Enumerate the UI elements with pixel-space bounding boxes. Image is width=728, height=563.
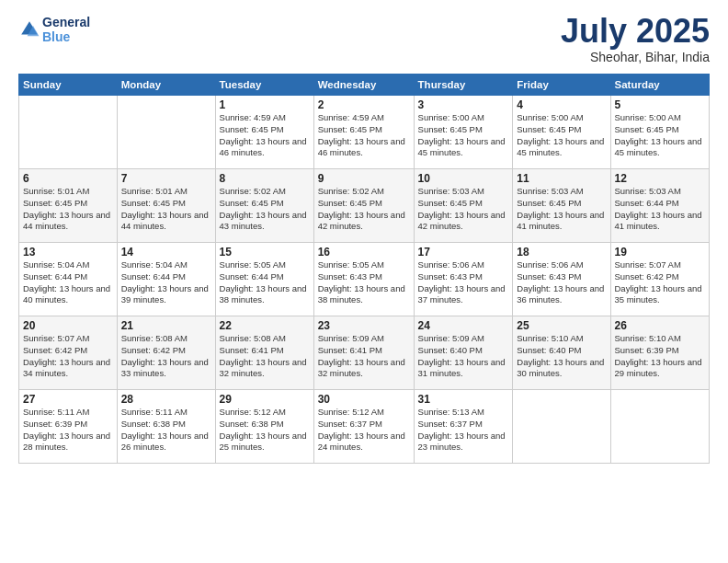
day-info: Sunrise: 5:11 AMSunset: 6:38 PMDaylight:… [121, 407, 211, 454]
day-number: 22 [220, 319, 310, 332]
day-info: Sunrise: 5:02 AMSunset: 6:45 PMDaylight:… [318, 186, 410, 233]
day-info: Sunrise: 5:12 AMSunset: 6:38 PMDaylight:… [220, 407, 310, 454]
day-info: Sunrise: 5:02 AMSunset: 6:45 PMDaylight:… [220, 186, 310, 233]
day-info: Sunrise: 5:13 AMSunset: 6:37 PMDaylight:… [418, 407, 509, 454]
day-info: Sunrise: 5:03 AMSunset: 6:44 PMDaylight:… [615, 186, 706, 233]
col-sunday: Sunday [19, 75, 118, 96]
col-saturday: Saturday [610, 75, 710, 96]
calendar-week-4: 20Sunrise: 5:07 AMSunset: 6:42 PMDayligh… [19, 316, 710, 390]
month-year: July 2025 [561, 15, 710, 48]
day-info: Sunrise: 5:10 AMSunset: 6:39 PMDaylight:… [615, 333, 706, 380]
calendar-week-1: 1Sunrise: 4:59 AMSunset: 6:45 PMDaylight… [19, 96, 710, 169]
day-number: 3 [418, 98, 509, 111]
day-info: Sunrise: 5:04 AMSunset: 6:44 PMDaylight:… [121, 259, 211, 306]
page: General Blue July 2025 Sheohar, Bihar, I… [0, 0, 728, 563]
day-number: 23 [318, 319, 410, 332]
day-info: Sunrise: 5:04 AMSunset: 6:44 PMDaylight:… [23, 259, 113, 306]
table-row: 27Sunrise: 5:11 AMSunset: 6:39 PMDayligh… [19, 390, 118, 464]
calendar-week-5: 27Sunrise: 5:11 AMSunset: 6:39 PMDayligh… [19, 390, 710, 464]
logo: General Blue [18, 15, 90, 44]
day-info: Sunrise: 5:09 AMSunset: 6:41 PMDaylight:… [318, 333, 410, 380]
table-row [513, 390, 610, 464]
day-number: 2 [318, 98, 410, 111]
table-row [19, 96, 118, 169]
day-number: 11 [517, 172, 606, 185]
table-row: 1Sunrise: 4:59 AMSunset: 6:45 PMDaylight… [215, 96, 313, 169]
day-info: Sunrise: 5:00 AMSunset: 6:45 PMDaylight:… [615, 112, 706, 159]
day-number: 20 [23, 319, 113, 332]
title-section: July 2025 Sheohar, Bihar, India [561, 15, 710, 64]
table-row: 17Sunrise: 5:06 AMSunset: 6:43 PMDayligh… [414, 243, 513, 316]
table-row: 18Sunrise: 5:06 AMSunset: 6:43 PMDayligh… [513, 243, 610, 316]
day-number: 31 [418, 393, 509, 406]
col-tuesday: Tuesday [215, 75, 313, 96]
table-row: 16Sunrise: 5:05 AMSunset: 6:43 PMDayligh… [313, 243, 414, 316]
logo-icon [18, 18, 40, 40]
table-row: 23Sunrise: 5:09 AMSunset: 6:41 PMDayligh… [313, 316, 414, 390]
day-number: 4 [517, 98, 606, 111]
day-number: 16 [318, 246, 410, 259]
table-row: 12Sunrise: 5:03 AMSunset: 6:44 PMDayligh… [610, 169, 710, 243]
day-number: 28 [121, 393, 211, 406]
day-info: Sunrise: 5:06 AMSunset: 6:43 PMDaylight:… [418, 259, 509, 306]
table-row: 10Sunrise: 5:03 AMSunset: 6:45 PMDayligh… [414, 169, 513, 243]
day-info: Sunrise: 5:00 AMSunset: 6:45 PMDaylight:… [418, 112, 509, 159]
table-row: 24Sunrise: 5:09 AMSunset: 6:40 PMDayligh… [414, 316, 513, 390]
day-info: Sunrise: 5:08 AMSunset: 6:41 PMDaylight:… [220, 333, 310, 380]
table-row: 31Sunrise: 5:13 AMSunset: 6:37 PMDayligh… [414, 390, 513, 464]
table-row: 7Sunrise: 5:01 AMSunset: 6:45 PMDaylight… [117, 169, 215, 243]
col-thursday: Thursday [414, 75, 513, 96]
day-info: Sunrise: 4:59 AMSunset: 6:45 PMDaylight:… [318, 112, 410, 159]
col-friday: Friday [513, 75, 610, 96]
day-info: Sunrise: 4:59 AMSunset: 6:45 PMDaylight:… [220, 112, 310, 159]
day-info: Sunrise: 5:01 AMSunset: 6:45 PMDaylight:… [121, 186, 211, 233]
day-number: 7 [121, 172, 211, 185]
day-info: Sunrise: 5:07 AMSunset: 6:42 PMDaylight:… [23, 333, 113, 380]
table-row: 11Sunrise: 5:03 AMSunset: 6:45 PMDayligh… [513, 169, 610, 243]
day-info: Sunrise: 5:03 AMSunset: 6:45 PMDaylight:… [418, 186, 509, 233]
day-info: Sunrise: 5:08 AMSunset: 6:42 PMDaylight:… [121, 333, 211, 380]
table-row: 6Sunrise: 5:01 AMSunset: 6:45 PMDaylight… [19, 169, 118, 243]
table-row: 26Sunrise: 5:10 AMSunset: 6:39 PMDayligh… [610, 316, 710, 390]
table-row: 19Sunrise: 5:07 AMSunset: 6:42 PMDayligh… [610, 243, 710, 316]
header: General Blue July 2025 Sheohar, Bihar, I… [18, 15, 710, 64]
table-row: 22Sunrise: 5:08 AMSunset: 6:41 PMDayligh… [215, 316, 313, 390]
day-number: 25 [517, 319, 606, 332]
day-number: 29 [220, 393, 310, 406]
day-info: Sunrise: 5:11 AMSunset: 6:39 PMDaylight:… [23, 407, 113, 454]
day-number: 13 [23, 246, 113, 259]
day-info: Sunrise: 5:05 AMSunset: 6:43 PMDaylight:… [318, 259, 410, 306]
day-number: 12 [615, 172, 706, 185]
table-row: 20Sunrise: 5:07 AMSunset: 6:42 PMDayligh… [19, 316, 118, 390]
table-row: 3Sunrise: 5:00 AMSunset: 6:45 PMDaylight… [414, 96, 513, 169]
day-info: Sunrise: 5:12 AMSunset: 6:37 PMDaylight:… [318, 407, 410, 454]
day-number: 18 [517, 246, 606, 259]
day-info: Sunrise: 5:10 AMSunset: 6:40 PMDaylight:… [517, 333, 606, 380]
table-row: 14Sunrise: 5:04 AMSunset: 6:44 PMDayligh… [117, 243, 215, 316]
day-number: 14 [121, 246, 211, 259]
calendar-week-3: 13Sunrise: 5:04 AMSunset: 6:44 PMDayligh… [19, 243, 710, 316]
day-info: Sunrise: 5:01 AMSunset: 6:45 PMDaylight:… [23, 186, 113, 233]
day-number: 6 [23, 172, 113, 185]
table-row: 21Sunrise: 5:08 AMSunset: 6:42 PMDayligh… [117, 316, 215, 390]
day-info: Sunrise: 5:05 AMSunset: 6:44 PMDaylight:… [220, 259, 310, 306]
table-row: 30Sunrise: 5:12 AMSunset: 6:37 PMDayligh… [313, 390, 414, 464]
table-row: 13Sunrise: 5:04 AMSunset: 6:44 PMDayligh… [19, 243, 118, 316]
day-info: Sunrise: 5:06 AMSunset: 6:43 PMDaylight:… [517, 259, 606, 306]
day-number: 26 [615, 319, 706, 332]
location: Sheohar, Bihar, India [561, 50, 710, 64]
col-wednesday: Wednesday [313, 75, 414, 96]
day-number: 21 [121, 319, 211, 332]
day-number: 24 [418, 319, 509, 332]
day-number: 1 [220, 98, 310, 111]
day-number: 10 [418, 172, 509, 185]
table-row: 8Sunrise: 5:02 AMSunset: 6:45 PMDaylight… [215, 169, 313, 243]
table-row [610, 390, 710, 464]
table-row: 2Sunrise: 4:59 AMSunset: 6:45 PMDaylight… [313, 96, 414, 169]
col-monday: Monday [117, 75, 215, 96]
table-row: 15Sunrise: 5:05 AMSunset: 6:44 PMDayligh… [215, 243, 313, 316]
table-row: 28Sunrise: 5:11 AMSunset: 6:38 PMDayligh… [117, 390, 215, 464]
table-row: 9Sunrise: 5:02 AMSunset: 6:45 PMDaylight… [313, 169, 414, 243]
logo-text: General Blue [42, 15, 90, 44]
table-row: 4Sunrise: 5:00 AMSunset: 6:45 PMDaylight… [513, 96, 610, 169]
